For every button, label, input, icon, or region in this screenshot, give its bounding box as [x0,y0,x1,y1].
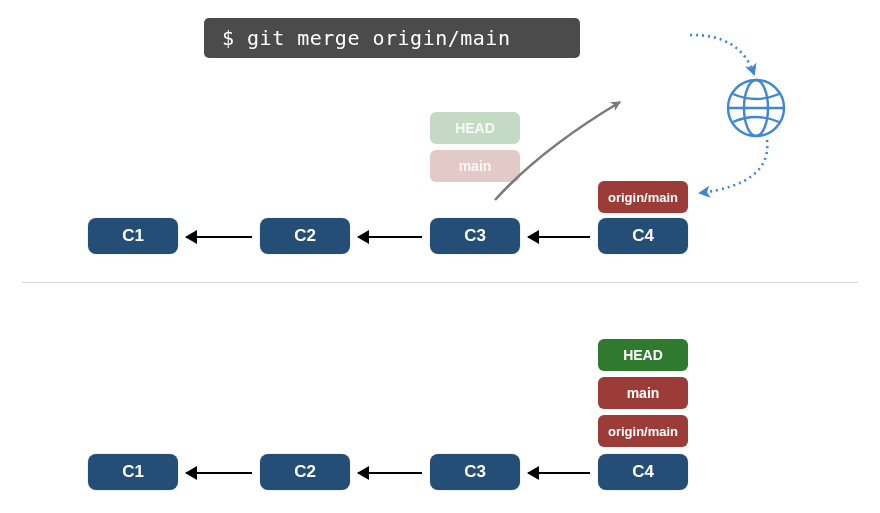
globe-icon [724,76,788,140]
commit-c2-top: C2 [260,218,350,254]
arrow-c2-c1-bottom [186,472,252,474]
section-divider [22,282,858,283]
origin-main-chip-top: origin/main [598,181,688,213]
commit-c3-bottom: C3 [430,454,520,490]
commit-c4-bottom: C4 [598,454,688,490]
main-chip-faded: main [430,150,520,182]
origin-main-chip-bottom: origin/main [598,415,688,447]
main-chip: main [598,377,688,409]
fetch-arrow-out [700,140,767,193]
head-chip: HEAD [598,339,688,371]
arrow-c4-c3-top [528,236,590,238]
arrow-c3-c2-bottom [358,472,422,474]
commit-c2-bottom: C2 [260,454,350,490]
commit-c3-top: C3 [430,218,520,254]
commit-c4-top: C4 [598,218,688,254]
fetch-arrow-in [690,35,754,74]
commit-c1-bottom: C1 [88,454,178,490]
head-chip-faded: HEAD [430,112,520,144]
commit-c1-top: C1 [88,218,178,254]
arrow-c2-c1-top [186,236,252,238]
arrow-c4-c3-bottom [528,472,590,474]
command-bar: $ git merge origin/main [204,18,580,58]
arrow-c3-c2-top [358,236,422,238]
